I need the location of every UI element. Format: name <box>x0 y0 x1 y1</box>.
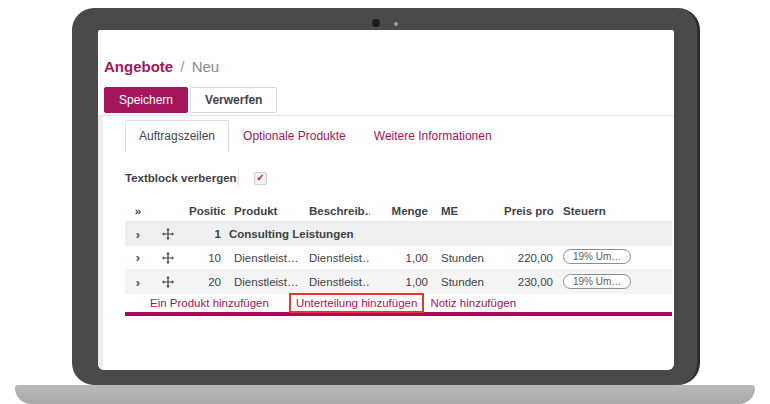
cell-me: Stunden <box>432 276 500 288</box>
drag-handle-icon[interactable] <box>151 228 185 240</box>
add-product-link[interactable]: Ein Produkt hinzufügen <box>150 297 269 309</box>
breadcrumb: Angebote / Neu <box>104 58 219 75</box>
discard-button[interactable]: Verwerfen <box>190 87 277 113</box>
drag-handle-icon[interactable] <box>151 276 185 288</box>
tab-optionale-produkte[interactable]: Optionale Produkte <box>229 120 360 152</box>
expand-row-icon[interactable]: › <box>125 276 151 289</box>
table-row-product-20[interactable]: › 20 Dienstleist… Dienstleist… 1,00 Stun… <box>125 270 672 294</box>
webcam-icon <box>372 19 380 27</box>
annotation-highlight-box: Unterteilung hinzufügen <box>289 293 424 313</box>
checkmark-icon: ✓ <box>256 173 264 183</box>
expand-row-icon[interactable]: › <box>125 228 151 241</box>
cell-produkt: Dienstleist… <box>225 276 305 288</box>
cell-menge: 1,00 <box>370 252 432 264</box>
add-note-link[interactable]: Notiz hinzufügen <box>430 297 516 309</box>
cell-steuern: 19% Um… <box>557 274 672 291</box>
table-bottom-rule <box>125 312 672 316</box>
order-lines-table: » Position Produkt Beschreib… Menge ME P… <box>125 200 672 316</box>
table-footer-links: Ein Produkt hinzufügen Unterteilung hinz… <box>125 294 672 311</box>
cell-steuern: 19% Um… <box>557 249 672 266</box>
expand-row-icon[interactable]: › <box>125 251 151 264</box>
cell-beschreibung: Dienstleist… <box>305 276 370 288</box>
section-name: Consulting Leistungen <box>225 228 672 240</box>
header-me[interactable]: ME <box>432 205 500 217</box>
sheet-left-edge <box>98 116 103 370</box>
tab-weitere-informationen[interactable]: Weitere Informationen <box>360 120 506 152</box>
tab-auftragszeilen[interactable]: Auftragszeilen <box>125 120 229 152</box>
table-row-section[interactable]: › 1 Consulting Leistungen <box>125 222 672 246</box>
add-section-link[interactable]: Unterteilung hinzufügen <box>296 297 417 309</box>
laptop-mockup: Angebote / Neu Speichern Verwerfen Auftr… <box>0 0 770 404</box>
hide-textblock-checkbox[interactable]: ✓ <box>254 172 267 185</box>
table-row-product-10[interactable]: › 10 Dienstleist… Dienstleist… 1,00 Stun… <box>125 246 672 270</box>
cell-me: Stunden <box>432 252 500 264</box>
save-button[interactable]: Speichern <box>104 87 188 113</box>
hide-textblock-field: Textblock verbergen ✓ <box>125 169 267 187</box>
notebook-tabs: Auftragszeilen Optionale Produkte Weiter… <box>125 120 506 152</box>
tax-tag[interactable]: 19% Um… <box>563 249 631 264</box>
table-header-row: » Position Produkt Beschreib… Menge ME P… <box>125 200 672 222</box>
breadcrumb-current: Neu <box>192 58 220 75</box>
cell-preis: 230,00 <box>500 276 557 288</box>
action-buttons: Speichern Verwerfen <box>104 87 277 113</box>
cell-produkt: Dienstleist… <box>225 252 305 264</box>
tax-tag[interactable]: 19% Um… <box>563 274 631 289</box>
laptop-base <box>15 385 755 404</box>
cell-beschreibung: Dienstleist… <box>305 252 370 264</box>
camera-led-icon <box>394 22 398 26</box>
header-preis[interactable]: Preis pro ME… <box>500 205 557 217</box>
column-toggle-header[interactable]: » <box>125 205 151 217</box>
drag-handle-icon[interactable] <box>151 252 185 264</box>
app-screen: Angebote / Neu Speichern Verwerfen Auftr… <box>98 30 674 370</box>
cell-position: 10 <box>185 252 225 264</box>
breadcrumb-separator: / <box>180 58 184 75</box>
section-position: 1 <box>185 228 225 240</box>
header-divider <box>98 115 674 116</box>
header-steuern[interactable]: Steuern <box>557 205 672 217</box>
cell-preis: 220,00 <box>500 252 557 264</box>
breadcrumb-parent-link[interactable]: Angebote <box>104 58 173 75</box>
header-position[interactable]: Position <box>185 205 225 217</box>
cell-menge: 1,00 <box>370 276 432 288</box>
header-menge[interactable]: Menge <box>370 205 432 217</box>
header-produkt[interactable]: Produkt <box>225 205 305 217</box>
cell-position: 20 <box>185 276 225 288</box>
header-beschreibung[interactable]: Beschreib… <box>305 205 370 217</box>
hide-textblock-label: Textblock verbergen <box>125 172 238 184</box>
field-divider <box>238 169 239 187</box>
